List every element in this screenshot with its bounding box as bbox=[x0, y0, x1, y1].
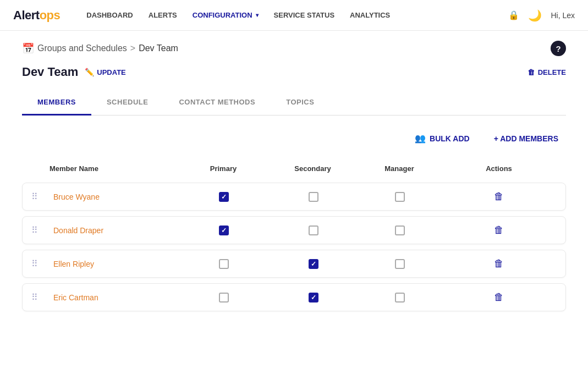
breadcrumb: 📅 Groups and Schedules > Dev Team bbox=[22, 42, 178, 54]
update-button[interactable]: ✏️ UPDATE bbox=[85, 68, 125, 76]
tab-members[interactable]: MEMBERS bbox=[22, 90, 91, 116]
nav-configuration[interactable]: CONFIGURATION ▾ bbox=[193, 9, 259, 21]
chevron-down-icon: ▾ bbox=[256, 12, 259, 18]
primary-checkbox[interactable] bbox=[219, 259, 229, 269]
primary-checkbox-cell bbox=[180, 226, 268, 235]
table-row: ⠿Eric Cartman🗑 bbox=[22, 283, 566, 311]
manager-checkbox-cell bbox=[359, 293, 441, 302]
tabs-container: MEMBERS SCHEDULE CONTACT METHODS TOPICS bbox=[22, 90, 566, 116]
table-row: ⠿Bruce Wyane🗑 bbox=[22, 183, 566, 211]
drag-handle-icon[interactable]: ⠿ bbox=[31, 191, 38, 202]
col-header-actions: Actions bbox=[441, 164, 557, 173]
breadcrumb-parent[interactable]: Groups and Schedules bbox=[37, 43, 127, 53]
delete-member-icon[interactable]: 🗑 bbox=[494, 258, 504, 270]
primary-checkbox-cell bbox=[180, 192, 268, 202]
actions-cell: 🗑 bbox=[441, 191, 557, 202]
dark-mode-toggle[interactable]: 🌙 bbox=[528, 9, 542, 22]
member-name-link[interactable]: Eric Cartman bbox=[53, 293, 98, 302]
nav-dashboard[interactable]: DASHBOARD bbox=[86, 9, 133, 21]
member-card: ⠿Bruce Wyane🗑 bbox=[22, 183, 566, 211]
breadcrumb-separator: > bbox=[130, 43, 135, 53]
delete-member-icon[interactable]: 🗑 bbox=[494, 191, 504, 202]
secondary-checkbox[interactable] bbox=[309, 259, 318, 269]
col-header-manager: Manager bbox=[358, 164, 441, 173]
secondary-checkbox-cell bbox=[268, 259, 359, 269]
col-header-secondary: Secondary bbox=[267, 164, 358, 173]
delete-member-icon[interactable]: 🗑 bbox=[494, 292, 504, 303]
page-title: Dev Team bbox=[22, 65, 78, 79]
member-name-cell: ⠿Ellen Ripley bbox=[31, 258, 180, 269]
delete-button[interactable]: 🗑 DELETE bbox=[527, 68, 566, 76]
pencil-icon: ✏️ bbox=[85, 68, 94, 76]
member-card: ⠿Eric Cartman🗑 bbox=[22, 283, 566, 311]
help-icon[interactable]: ? bbox=[551, 41, 566, 56]
member-name-cell: ⠿Eric Cartman bbox=[31, 292, 180, 302]
member-card: ⠿Ellen Ripley🗑 bbox=[22, 250, 566, 278]
add-members-button[interactable]: + ADD MEMBERS bbox=[486, 129, 566, 148]
nav-alerts[interactable]: ALERTS bbox=[149, 9, 177, 21]
tab-topics[interactable]: TOPICS bbox=[271, 90, 329, 116]
secondary-checkbox[interactable] bbox=[309, 192, 318, 202]
secondary-checkbox-cell bbox=[268, 192, 359, 202]
member-name-cell: ⠿Bruce Wyane bbox=[31, 191, 180, 202]
bulk-add-icon: 👥 bbox=[415, 133, 426, 144]
nav-analytics[interactable]: ANALYTICS bbox=[350, 9, 390, 21]
breadcrumb-current: Dev Team bbox=[139, 43, 178, 53]
member-rows: ⠿Bruce Wyane🗑⠿Donald Draper🗑⠿Ellen Riple… bbox=[22, 183, 566, 311]
lock-icon: 🔒 bbox=[508, 10, 519, 20]
trash-delete-icon: 🗑 bbox=[527, 68, 535, 76]
col-header-member-name: Member Name bbox=[31, 164, 179, 173]
manager-checkbox[interactable] bbox=[395, 226, 405, 235]
primary-checkbox[interactable] bbox=[219, 192, 229, 202]
bulk-add-button[interactable]: 👥 BULK ADD bbox=[407, 129, 477, 148]
manager-checkbox[interactable] bbox=[395, 192, 405, 202]
logo[interactable]: Alertops bbox=[13, 8, 60, 23]
tab-contact-methods[interactable]: CONTACT METHODS bbox=[163, 90, 271, 116]
content-area: 👥 BULK ADD + ADD MEMBERS Member Name Pri… bbox=[0, 116, 588, 330]
user-greeting: Hi, Lex bbox=[551, 11, 575, 20]
drag-handle-icon[interactable]: ⠿ bbox=[31, 225, 38, 235]
table-header: Member Name Primary Secondary Manager Ac… bbox=[22, 159, 566, 178]
drag-handle-icon[interactable]: ⠿ bbox=[31, 292, 38, 302]
breadcrumb-bar: 📅 Groups and Schedules > Dev Team ? bbox=[0, 31, 588, 63]
groups-icon: 📅 bbox=[22, 42, 34, 54]
member-name-link[interactable]: Bruce Wyane bbox=[53, 193, 100, 201]
manager-checkbox-cell bbox=[359, 192, 441, 202]
drag-handle-icon[interactable]: ⠿ bbox=[31, 258, 38, 269]
member-name-link[interactable]: Ellen Ripley bbox=[53, 260, 94, 268]
action-bar: 👥 BULK ADD + ADD MEMBERS bbox=[22, 129, 566, 148]
manager-checkbox-cell bbox=[359, 226, 441, 235]
member-name-link[interactable]: Donald Draper bbox=[53, 226, 103, 235]
nav-right: 🔒 🌙 Hi, Lex bbox=[508, 9, 575, 22]
nav-service-status[interactable]: SERVICE STATUS bbox=[274, 9, 335, 21]
page-title-group: Dev Team ✏️ UPDATE bbox=[22, 65, 126, 79]
logo-text: Alertops bbox=[13, 8, 60, 23]
actions-cell: 🗑 bbox=[441, 224, 557, 236]
primary-checkbox[interactable] bbox=[219, 293, 229, 302]
secondary-checkbox-cell bbox=[268, 293, 359, 302]
table-row: ⠿Donald Draper🗑 bbox=[22, 216, 566, 244]
member-name-cell: ⠿Donald Draper bbox=[31, 225, 180, 235]
secondary-checkbox[interactable] bbox=[309, 293, 318, 302]
primary-checkbox-cell bbox=[180, 259, 268, 269]
member-card: ⠿Donald Draper🗑 bbox=[22, 216, 566, 244]
tab-schedule[interactable]: SCHEDULE bbox=[91, 90, 164, 116]
manager-checkbox[interactable] bbox=[395, 259, 405, 269]
manager-checkbox[interactable] bbox=[395, 293, 405, 302]
secondary-checkbox-cell bbox=[268, 226, 359, 235]
actions-cell: 🗑 bbox=[441, 258, 557, 270]
secondary-checkbox[interactable] bbox=[309, 226, 318, 235]
col-header-primary: Primary bbox=[179, 164, 267, 173]
actions-cell: 🗑 bbox=[441, 292, 557, 303]
navigation: Alertops DASHBOARD ALERTS CONFIGURATION … bbox=[0, 0, 588, 31]
primary-checkbox[interactable] bbox=[219, 226, 229, 235]
primary-checkbox-cell bbox=[180, 293, 268, 302]
manager-checkbox-cell bbox=[359, 259, 441, 269]
page-header: Dev Team ✏️ UPDATE 🗑 DELETE bbox=[0, 63, 588, 90]
delete-member-icon[interactable]: 🗑 bbox=[494, 224, 504, 236]
table-row: ⠿Ellen Ripley🗑 bbox=[22, 250, 566, 278]
